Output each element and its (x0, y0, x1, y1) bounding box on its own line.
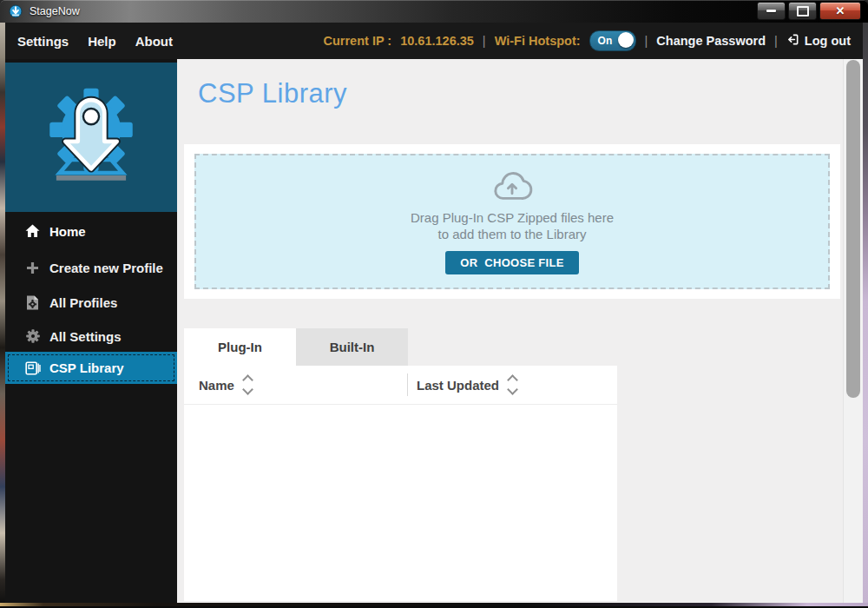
column-label: Name (199, 378, 234, 393)
choose-file-button[interactable]: OR CHOOSE FILE (445, 251, 578, 274)
wifi-hotspot-label: Wi-Fi Hotspot: (495, 34, 581, 48)
main-content: CSP Library Drag Plug-In CSP Zipped file… (177, 59, 843, 603)
profile-document-icon (24, 295, 41, 310)
minimize-button[interactable] (757, 2, 786, 20)
column-header-name[interactable]: Name (199, 376, 252, 393)
plus-icon (24, 261, 41, 274)
upload-cloud-icon (490, 169, 535, 209)
scrollbar-thumb[interactable] (846, 60, 860, 398)
home-icon (24, 224, 41, 238)
upload-card: Drag Plug-In CSP Zipped files here to ad… (184, 144, 840, 299)
sidebar-item-label: CSP Library (49, 360, 124, 375)
close-button[interactable]: ✕ (819, 2, 861, 20)
stagenow-logo (5, 63, 177, 212)
status-bar: Current IP : 10.61.126.35 | Wi-Fi Hotspo… (323, 30, 851, 51)
sort-down-icon (242, 384, 253, 395)
table-body-empty (184, 405, 617, 599)
maximize-button[interactable] (788, 2, 817, 20)
menu-bar: Settings Help About Current IP : 10.61.1… (5, 23, 863, 59)
sidebar: Home Create new Profile (5, 59, 177, 603)
sidebar-item-csp-library[interactable]: CSP Library (5, 352, 177, 384)
minimize-icon (766, 10, 776, 12)
sidebar-item-label: All Profiles (49, 295, 117, 310)
sort-icon[interactable] (509, 376, 516, 393)
csp-dropzone[interactable]: Drag Plug-In CSP Zipped files here to ad… (194, 154, 830, 289)
toggle-knob (618, 32, 634, 48)
wifi-toggle-state: On (598, 35, 613, 47)
sidebar-item-label: All Settings (49, 329, 122, 344)
page-title: CSP Library (198, 78, 347, 109)
menu-help[interactable]: Help (88, 34, 116, 49)
app-window: StageNow ✕ Settings Help About Current I… (0, 0, 868, 608)
vertical-scrollbar[interactable] (843, 59, 863, 603)
menu-about[interactable]: About (135, 34, 173, 49)
tab-built-in[interactable]: Built-In (296, 328, 408, 366)
separator: | (483, 34, 486, 48)
window-controls: ✕ (757, 2, 861, 20)
logout-icon (786, 33, 799, 49)
sidebar-item-label: Home (49, 224, 86, 239)
sidebar-item-all-settings[interactable]: All Settings (5, 325, 177, 347)
window-frame-right (863, 23, 868, 603)
csp-table: Name Last Updated (184, 366, 617, 601)
menu-settings[interactable]: Settings (17, 34, 69, 49)
column-divider (407, 373, 408, 396)
library-book-icon (24, 361, 41, 375)
dropzone-instruction-line1: Drag Plug-In CSP Zipped files here (411, 209, 614, 226)
sidebar-item-label: Create new Profile (49, 261, 163, 275)
tab-plug-in[interactable]: Plug-In (184, 328, 296, 366)
column-header-last-updated[interactable]: Last Updated (417, 376, 516, 393)
app-logo-icon (9, 4, 23, 18)
sidebar-item-home[interactable]: Home (5, 220, 177, 242)
sort-down-icon (507, 384, 518, 395)
sort-icon[interactable] (244, 376, 252, 393)
table-header-row: Name Last Updated (184, 366, 617, 405)
column-label: Last Updated (417, 378, 499, 393)
library-tabs: Plug-In Built-In (184, 328, 408, 366)
maximize-icon (797, 6, 809, 17)
logout-label: Log out (805, 34, 851, 48)
sidebar-item-create-new-profile[interactable]: Create new Profile (5, 256, 177, 279)
window-title: StageNow (30, 0, 80, 23)
separator: | (645, 34, 648, 48)
dropzone-instruction-line2: to add them to the Library (438, 226, 587, 242)
change-password-link[interactable]: Change Password (656, 34, 766, 48)
current-ip-label: Current IP : (323, 34, 391, 48)
logout-button[interactable]: Log out (786, 33, 851, 49)
sidebar-item-all-profiles[interactable]: All Profiles (5, 291, 177, 314)
title-bar[interactable]: StageNow ✕ (0, 0, 868, 23)
wifi-hotspot-toggle[interactable]: On (589, 30, 636, 51)
menu-items: Settings Help About (17, 34, 173, 49)
settings-gear-icon (24, 329, 41, 343)
close-icon: ✕ (836, 5, 845, 17)
separator: | (774, 34, 778, 48)
current-ip-value: 10.61.126.35 (400, 34, 474, 48)
